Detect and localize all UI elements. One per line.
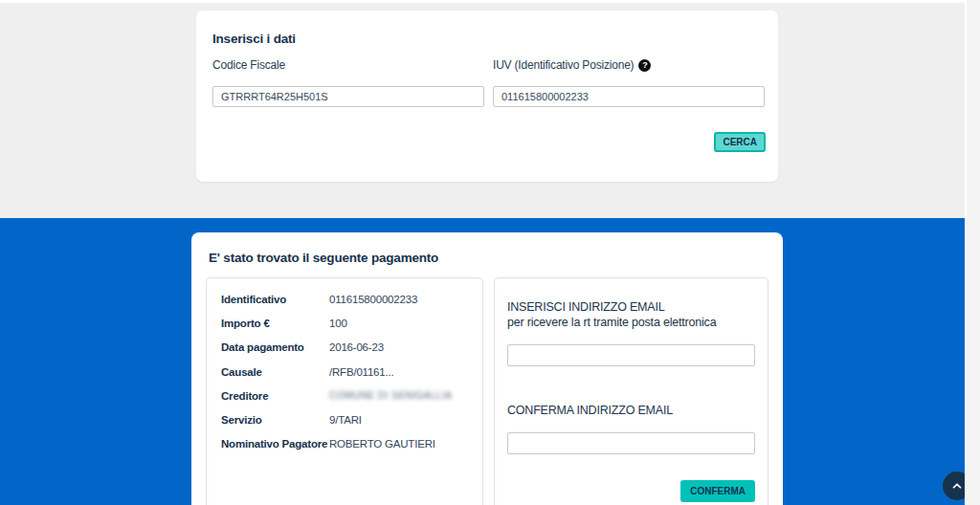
iuv-field: IUV (Identificativo Posizione) ? bbox=[493, 58, 766, 107]
search-form-row: Codice Fiscale IUV (Identificativo Posiz… bbox=[212, 58, 766, 107]
top-edge-strip bbox=[0, 0, 965, 3]
search-actions: CERCA bbox=[212, 132, 766, 152]
search-card-title: Inserisci i dati bbox=[212, 32, 766, 46]
confirm-email-input[interactable] bbox=[507, 432, 755, 454]
detail-label: Causale bbox=[221, 366, 329, 378]
detail-label: Creditore bbox=[221, 390, 329, 402]
codice-fiscale-field: Codice Fiscale bbox=[212, 58, 485, 107]
email-form-box: INSERISCI INDIRIZZO EMAIL per ricevere l… bbox=[494, 277, 768, 505]
result-card-title: E' stato trovato il seguente pagamento bbox=[209, 251, 769, 265]
codice-fiscale-label: Codice Fiscale bbox=[212, 58, 485, 72]
question-circle-icon[interactable]: ? bbox=[638, 59, 651, 72]
iuv-label-text: IUV (Identificativo Posizione) bbox=[493, 58, 634, 72]
insert-email-label-line2: per ricevere la rt tramite posta elettro… bbox=[507, 315, 755, 330]
detail-value: 9/TARI bbox=[329, 414, 362, 426]
cerca-button[interactable]: CERCA bbox=[714, 132, 766, 152]
detail-value: 011615800002233 bbox=[329, 294, 417, 305]
detail-row-nominativo-pagatore: Nominativo Pagatore ROBERTO GAUTIERI bbox=[221, 438, 473, 450]
iuv-input[interactable] bbox=[493, 86, 765, 107]
detail-label: Identificativo bbox=[221, 294, 329, 305]
detail-row-importo: Importo € 100 bbox=[221, 318, 473, 329]
detail-row-causale: Causale /RFB/01161... bbox=[221, 366, 473, 378]
detail-label: Servizio bbox=[221, 414, 329, 426]
detail-label: Nominativo Pagatore bbox=[221, 438, 329, 450]
vertical-scrollbar[interactable] bbox=[965, 0, 980, 505]
search-card: Inserisci i dati Codice Fiscale IUV (Ide… bbox=[196, 11, 778, 182]
chevron-up-icon bbox=[950, 479, 964, 493]
result-card: E' stato trovato il seguente pagamento I… bbox=[191, 232, 783, 505]
codice-fiscale-input[interactable] bbox=[212, 86, 484, 107]
detail-value: /RFB/01161... bbox=[329, 366, 394, 378]
detail-label: Data pagamento bbox=[221, 341, 329, 353]
detail-value: ROBERTO GAUTIERI bbox=[329, 438, 435, 450]
insert-email-label: INSERISCI INDIRIZZO EMAIL per ricevere l… bbox=[507, 299, 755, 330]
detail-row-servizio: Servizio 9/TARI bbox=[221, 414, 473, 426]
detail-row-data-pagamento: Data pagamento 2016-06-23 bbox=[221, 341, 473, 353]
detail-value: 100 bbox=[329, 318, 347, 329]
conferma-button[interactable]: CONFERMA bbox=[680, 480, 755, 502]
detail-row-identificativo: Identificativo 011615800002233 bbox=[221, 294, 473, 305]
email-actions: CONFERMA bbox=[507, 480, 755, 502]
payment-details-box: Identificativo 011615800002233 Importo €… bbox=[206, 277, 483, 505]
detail-row-creditore: Creditore COMUNE DI SENIGALLIA bbox=[221, 390, 473, 402]
confirm-email-label: CONFERMA INDIRIZZO EMAIL bbox=[507, 403, 755, 418]
page-viewport: Inserisci i dati Codice Fiscale IUV (Ide… bbox=[0, 0, 980, 505]
insert-email-input[interactable] bbox=[507, 344, 755, 366]
detail-value: 2016-06-23 bbox=[329, 341, 384, 353]
iuv-label: IUV (Identificativo Posizione) ? bbox=[493, 58, 766, 72]
detail-label: Importo € bbox=[221, 318, 329, 329]
result-panels: Identificativo 011615800002233 Importo €… bbox=[206, 277, 769, 505]
insert-email-label-line1: INSERISCI INDIRIZZO EMAIL bbox=[507, 299, 755, 315]
detail-value-redacted: COMUNE DI SENIGALLIA bbox=[329, 390, 452, 402]
